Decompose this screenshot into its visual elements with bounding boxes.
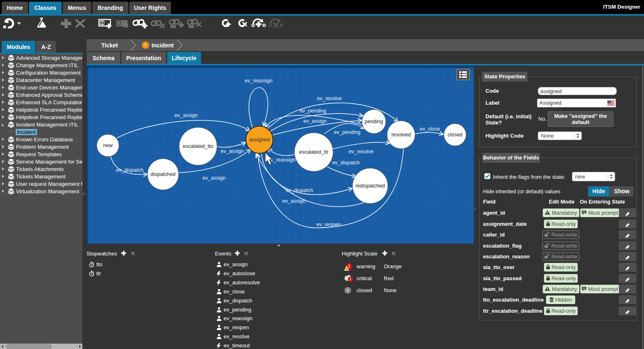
svg-text:ev_assign: ev_assign: [221, 148, 244, 154]
svg-text:ev_assign: ev_assign: [282, 198, 306, 204]
svg-text:ev_reopen: ev_reopen: [316, 222, 341, 227]
svg-text:resolved: resolved: [391, 132, 411, 138]
svg-text:ev_dispatch: ev_dispatch: [286, 187, 313, 193]
svg-text:ev_pending: ev_pending: [334, 129, 361, 135]
svg-text:ev_dispatch: ev_dispatch: [332, 160, 360, 166]
svg-text:!: !: [350, 277, 351, 282]
svg-text:closed: closed: [448, 132, 462, 138]
svg-text:ev_close: ev_close: [420, 126, 440, 132]
svg-text:!: !: [145, 42, 146, 48]
svg-text:ev_reassign: ev_reassign: [245, 78, 272, 84]
svg-text:assigned: assigned: [249, 137, 270, 143]
svg-text:ev_resolve: ev_resolve: [349, 149, 373, 155]
svg-text:!: !: [347, 288, 349, 293]
svg-text:new: new: [103, 143, 113, 148]
svg-text:ev_assign: ev_assign: [203, 175, 226, 181]
svg-text:ev_resolve: ev_resolve: [317, 96, 342, 101]
svg-text:redispatched: redispatched: [355, 183, 385, 189]
svg-text:pending: pending: [365, 119, 383, 124]
svg-text:ev_assign: ev_assign: [175, 112, 198, 118]
svg-text:escalated_tto: escalated_tto: [183, 143, 213, 149]
svg-text:ev_pending: ev_pending: [300, 108, 327, 114]
svg-text:dispatched: dispatched: [151, 171, 176, 177]
svg-text:escalated_ttr: escalated_ttr: [299, 149, 329, 155]
svg-text:!: !: [348, 264, 350, 269]
svg-text:ev_assign: ev_assign: [303, 118, 327, 124]
svg-text:ev_dispatch: ev_dispatch: [116, 167, 144, 173]
